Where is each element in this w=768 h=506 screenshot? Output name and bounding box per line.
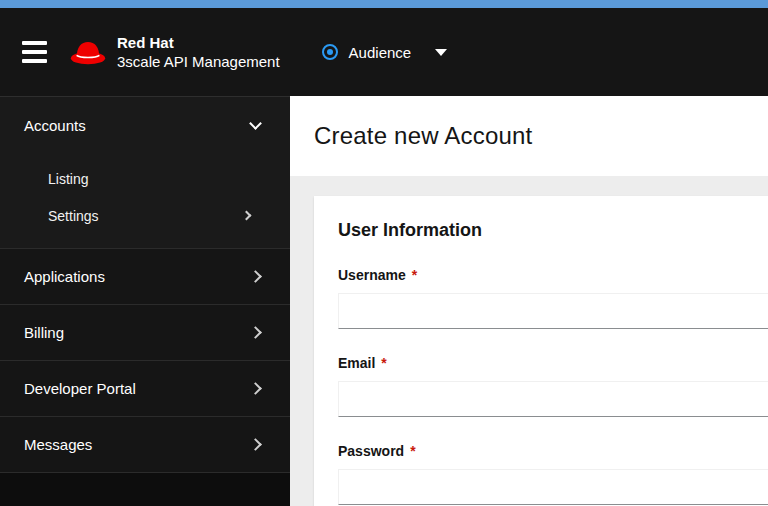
sidebar-group-accounts: Accounts Listing Settings xyxy=(0,97,290,248)
username-field[interactable] xyxy=(338,293,768,329)
chevron-right-icon xyxy=(249,438,262,451)
required-indicator: * xyxy=(412,267,417,283)
username-label-text: Username xyxy=(338,267,406,283)
sidebar-item-label: Developer Portal xyxy=(24,380,136,397)
brand-title: Red Hat xyxy=(117,34,280,52)
email-label-text: Email xyxy=(338,355,375,371)
content-area: User Information Username * Email * Pass… xyxy=(290,176,768,506)
masthead: Red Hat 3scale API Management Audience xyxy=(0,8,768,96)
chevron-right-icon xyxy=(249,382,262,395)
form-group-email: Email * xyxy=(338,355,768,417)
brand-subtitle: 3scale API Management xyxy=(117,53,280,71)
section-title: User Information xyxy=(338,220,768,241)
chevron-down-icon xyxy=(249,117,262,130)
sidebar-item-applications[interactable]: Applications xyxy=(0,248,290,304)
chevron-right-icon xyxy=(249,270,262,283)
redhat-logo-icon xyxy=(69,38,107,66)
accounts-submenu: Listing Settings xyxy=(0,153,290,248)
password-label: Password * xyxy=(338,443,768,459)
hamburger-icon xyxy=(22,41,47,63)
brand[interactable]: Red Hat 3scale API Management xyxy=(69,34,280,71)
sidebar-subitem-settings[interactable]: Settings xyxy=(0,197,290,234)
context-selector-label: Audience xyxy=(349,44,412,61)
form-group-password: Password * xyxy=(338,443,768,505)
page-header: Create new Account xyxy=(290,96,768,176)
user-information-card: User Information Username * Email * Pass… xyxy=(314,196,768,506)
page-title: Create new Account xyxy=(314,122,532,150)
password-field[interactable] xyxy=(338,469,768,505)
sidebar-item-label: Billing xyxy=(24,324,64,341)
sidebar-footer xyxy=(0,472,290,506)
sidebar-item-label: Messages xyxy=(24,436,92,453)
caret-down-icon xyxy=(435,49,447,56)
form-group-username: Username * xyxy=(338,267,768,329)
main-content: Create new Account User Information User… xyxy=(290,96,768,506)
required-indicator: * xyxy=(381,355,386,371)
chevron-right-icon xyxy=(249,326,262,339)
context-selector[interactable]: Audience xyxy=(322,44,448,61)
username-label: Username * xyxy=(338,267,768,283)
sidebar-item-label: Applications xyxy=(24,268,105,285)
sidebar-item-accounts[interactable]: Accounts xyxy=(0,97,290,153)
sidebar-item-developer-portal[interactable]: Developer Portal xyxy=(0,360,290,416)
sidebar: Accounts Listing Settings Applications B… xyxy=(0,96,290,506)
audience-icon xyxy=(322,44,338,60)
sidebar-item-label: Accounts xyxy=(24,117,86,134)
sidebar-subitem-label: Listing xyxy=(48,171,88,187)
sidebar-item-messages[interactable]: Messages xyxy=(0,416,290,472)
sidebar-subitem-label: Settings xyxy=(48,208,99,224)
sidebar-item-billing[interactable]: Billing xyxy=(0,304,290,360)
sidebar-subitem-listing[interactable]: Listing xyxy=(0,160,290,197)
nav-toggle-button[interactable] xyxy=(22,36,47,68)
chevron-right-icon xyxy=(242,211,252,221)
email-field[interactable] xyxy=(338,381,768,417)
window-top-strip xyxy=(0,0,768,8)
email-label: Email * xyxy=(338,355,768,371)
password-label-text: Password xyxy=(338,443,404,459)
required-indicator: * xyxy=(410,443,415,459)
brand-text: Red Hat 3scale API Management xyxy=(117,34,280,71)
